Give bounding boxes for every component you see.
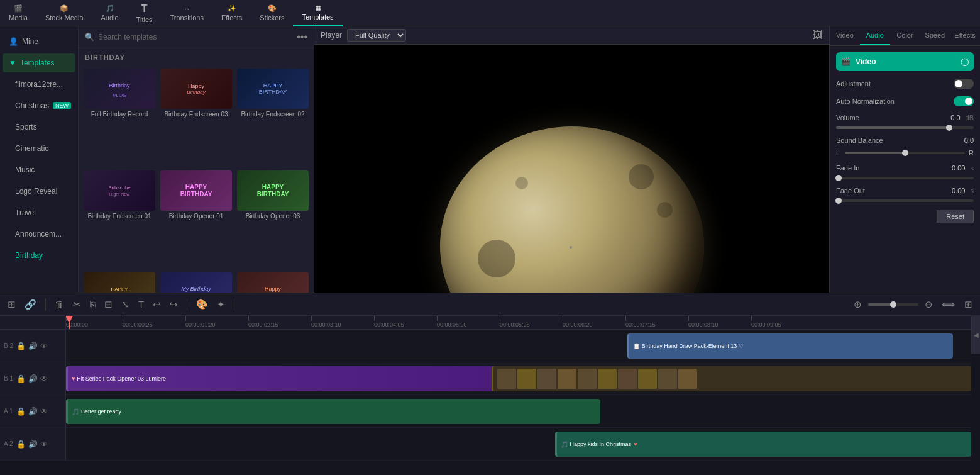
more-options-icon[interactable]: ••• (297, 31, 307, 43)
sidebar-item-mine[interactable]: 👤 Mine (3, 32, 75, 51)
template-thumb-endscreen-02: HAPPYBIRTHDAY (237, 69, 309, 109)
track-b1-mute[interactable]: 🔊 (28, 374, 38, 383)
zoom-in-icon[interactable]: ⊕ (851, 298, 864, 311)
sidebar-item-birthday[interactable]: Birthday (3, 246, 75, 265)
fade-in-slider[interactable] (836, 177, 974, 179)
template-card-endscreen-01[interactable]: Subscribe Right Now Birthday Endscreen 0… (84, 170, 155, 267)
tab-color[interactable]: Color (890, 26, 920, 45)
tab-effects[interactable]: Effects (950, 26, 980, 45)
fade-out-slider[interactable] (836, 199, 974, 202)
tab-speed[interactable]: Speed (920, 26, 950, 45)
collapse-button[interactable]: ◀ (971, 316, 980, 354)
adjustment-toggle[interactable] (954, 79, 974, 89)
sidebar-item-filmora[interactable]: filmora12cre... (3, 75, 75, 94)
template-card-endscreen-03[interactable]: Happy Birthday Birthday Endscreen 03 (160, 69, 232, 165)
template-label-endscreen-03: Birthday Endscreen 03 (160, 111, 232, 118)
clip-happy-kids-label: Happy kids In Christmas (570, 441, 632, 447)
track-a2-lock[interactable]: 🔒 (16, 440, 26, 449)
template-label-opener-01: Birthday Opener 01 (160, 213, 232, 220)
christmas-new-badge: NEW (53, 102, 71, 109)
link-icon[interactable]: 🔗 (22, 298, 39, 311)
nav-stock-media[interactable]: 📦 Stock Media (36, 0, 92, 26)
sidebar-item-cinematic[interactable]: Cinematic (3, 139, 75, 158)
tab-video[interactable]: Video (830, 26, 860, 45)
template-card-opener-03[interactable]: HAPPYBIRTHDAY Birthday Opener 03 (237, 170, 309, 267)
fade-out-knob[interactable] (835, 198, 842, 204)
grid-icon[interactable]: ⊞ (962, 298, 975, 311)
track-a2-visible[interactable]: 👁 (40, 440, 48, 449)
ruler-tick-11: 00:00:09:05 (751, 316, 781, 329)
transform-icon[interactable]: ⤡ (119, 298, 132, 311)
track-a2-num: A 2 (4, 440, 14, 447)
track-a2-mute[interactable]: 🔊 (28, 440, 38, 449)
fit-icon[interactable]: ⟺ (939, 298, 958, 311)
track-a1-lock[interactable]: 🔒 (16, 407, 26, 416)
sound-balance-label-row: Sound Balance 0.0 (836, 137, 974, 144)
nav-audio-label: Audio (101, 14, 119, 21)
nav-titles[interactable]: T Titles (128, 0, 162, 26)
effects-tl-icon[interactable]: ✦ (214, 298, 228, 311)
sidebar-item-music[interactable]: Music (3, 160, 75, 179)
delete-icon[interactable]: 🗑 (52, 298, 67, 311)
clip-better-get-ready[interactable]: 🎵 Better get ready (66, 399, 600, 424)
volume-knob[interactable] (946, 125, 952, 131)
balance-knob[interactable] (902, 150, 908, 156)
nav-templates[interactable]: ▦ Templates (293, 0, 342, 26)
nav-audio[interactable]: 🎵 Audio (92, 0, 128, 26)
track-b2-lock[interactable]: 🔒 (16, 342, 26, 350)
auto-norm-row: Auto Normalization (836, 96, 974, 106)
track-a1-visible[interactable]: 👁 (40, 407, 48, 416)
nav-effects[interactable]: ✨ Effects (212, 0, 251, 26)
screenshot-icon[interactable]: 🖼 (813, 30, 823, 40)
fade-in-label-row: Fade In 0.00 s (836, 164, 974, 172)
quality-select[interactable]: Full Quality (347, 29, 406, 42)
text-icon[interactable]: T (136, 298, 146, 311)
fade-in-knob[interactable] (835, 175, 842, 181)
track-b2-mute[interactable]: 🔊 (28, 342, 38, 350)
template-card-opener-01[interactable]: HAPPYBIRTHDAY Birthday Opener 01 (160, 170, 232, 267)
zoom-knob[interactable] (890, 301, 896, 308)
tab-audio[interactable]: Audio (860, 26, 890, 45)
track-a1-mute[interactable]: 🔊 (28, 407, 38, 416)
clip-birthday-hand-draw[interactable]: 📋 Birthday Hand Draw Pack-Element 13 ♡ (627, 333, 953, 359)
cut-icon[interactable]: ✂ (70, 298, 84, 311)
stickers-icon: 🎨 (268, 4, 277, 13)
redo-icon[interactable]: ↪ (167, 298, 180, 311)
toolbar-divider-1 (45, 298, 46, 311)
track-b2-visible[interactable]: 👁 (40, 342, 48, 350)
color-icon[interactable]: 🎨 (194, 298, 211, 311)
zoom-slider[interactable] (868, 303, 918, 306)
sidebar-item-templates[interactable]: ▼ Templates (3, 53, 75, 72)
clip-hit-series[interactable]: ♥ Hit Series Pack Opener 03 Lumiere (66, 366, 555, 391)
search-input[interactable] (98, 33, 293, 42)
template-card-full-birthday[interactable]: Birthday VLOG Full Birthday Record (84, 69, 155, 165)
sidebar-item-sports[interactable]: Sports (3, 118, 75, 137)
template-label-endscreen-02: Birthday Endscreen 02 (237, 111, 309, 118)
crop-icon[interactable]: ⊟ (102, 298, 115, 311)
zoom-out-icon[interactable]: ⊖ (922, 298, 935, 311)
nav-media[interactable]: 🎬 Media (0, 0, 36, 26)
fade-in-label: Fade In (836, 164, 948, 172)
template-card-endscreen-02[interactable]: HAPPYBIRTHDAY Birthday Endscreen 02 (237, 69, 309, 165)
sidebar-item-travel[interactable]: Travel (3, 203, 75, 222)
copy-icon[interactable]: ⎘ (87, 298, 98, 311)
add-track-icon[interactable]: ⊞ (5, 298, 18, 311)
reset-button[interactable]: Reset (937, 210, 974, 223)
sound-balance-slider[interactable] (845, 152, 965, 154)
volume-slider[interactable] (836, 126, 974, 129)
auto-norm-toggle[interactable] (954, 96, 974, 106)
undo-icon[interactable]: ↩ (150, 298, 163, 311)
track-a2-content: 🎵 Happy kids In Christmas ♥ (66, 428, 971, 460)
track-b1-visible[interactable]: 👁 (40, 374, 48, 383)
nav-transitions[interactable]: ↔ Transitions (162, 0, 212, 26)
track-b1-lock[interactable]: 🔒 (16, 374, 26, 383)
clip-happy-kids[interactable]: 🎵 Happy kids In Christmas ♥ (555, 432, 971, 457)
sidebar-announcements-label: Announcem... (15, 230, 62, 238)
nav-stickers[interactable]: 🎨 Stickers (251, 0, 293, 26)
sidebar-item-christmas[interactable]: Christmas NEW (3, 96, 75, 115)
clip-video-1[interactable] (492, 366, 971, 391)
video-section-toggle[interactable]: ◯ (961, 57, 969, 66)
sidebar-item-announcements[interactable]: Announcem... (3, 225, 75, 243)
sidebar-item-logo-reveal[interactable]: Logo Reveal (3, 182, 75, 201)
frame-3 (537, 369, 556, 389)
